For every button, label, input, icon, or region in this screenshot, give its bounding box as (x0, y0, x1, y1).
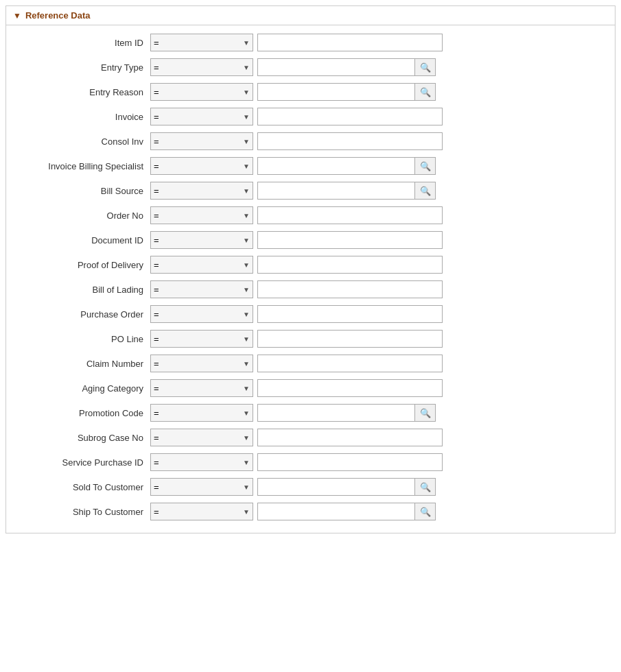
operator-order-no[interactable]: =!=<><=>=containsstarts withends with (150, 206, 253, 224)
operator-po-line[interactable]: =!=<><=>=containsstarts withends with (150, 330, 253, 348)
value-input-item-id[interactable] (257, 34, 443, 51)
operator-bill-source[interactable]: =!=<><=>=containsstarts withends with (150, 182, 253, 200)
search-icon-sold-to-customer: 🔍 (420, 482, 431, 492)
operator-wrapper-bill-of-lading: =!=<><=>=containsstarts withends with (150, 280, 253, 298)
input-group-promotion-code: 🔍 (257, 404, 436, 422)
operator-subrog-case-no[interactable]: =!=<><=>=containsstarts withends with (150, 429, 253, 446)
row-entry-reason: Entry Reason=!=<><=>=containsstarts with… (6, 82, 615, 102)
operator-wrapper-aging-category: =!=<><=>=containsstarts withends with (150, 379, 253, 397)
operator-wrapper-subrog-case-no: =!=<><=>=containsstarts withends with (150, 429, 253, 446)
operator-consol-inv[interactable]: =!=<><=>=containsstarts withends with (150, 132, 253, 150)
row-document-id: Document ID=!=<><=>=containsstarts withe… (6, 230, 615, 250)
operator-purchase-order[interactable]: =!=<><=>=containsstarts withends with (150, 305, 253, 323)
value-input-subrog-case-no[interactable] (257, 429, 443, 446)
value-input-bill-source[interactable] (257, 182, 415, 200)
value-input-document-id[interactable] (257, 231, 443, 249)
search-button-invoice-billing-specialist[interactable]: 🔍 (415, 157, 436, 175)
value-input-consol-inv[interactable] (257, 132, 443, 150)
operator-claim-number[interactable]: =!=<><=>=containsstarts withends with (150, 355, 253, 372)
operator-item-id[interactable]: =!=<><=>=containsstarts withends with (150, 34, 253, 51)
value-input-invoice-billing-specialist[interactable] (257, 157, 415, 175)
row-ship-to-customer: Ship To Customer=!=<><=>=containsstarts … (6, 501, 615, 522)
label-item-id: Item ID (6, 38, 150, 48)
input-group-invoice-billing-specialist: 🔍 (257, 157, 436, 175)
value-input-order-no[interactable] (257, 206, 443, 224)
search-icon-invoice-billing-specialist: 🔍 (420, 161, 431, 171)
row-subrog-case-no: Subrog Case No=!=<><=>=containsstarts wi… (6, 427, 615, 448)
operator-wrapper-consol-inv: =!=<><=>=containsstarts withends with (150, 132, 253, 150)
value-input-proof-of-delivery[interactable] (257, 256, 443, 274)
operator-wrapper-order-no: =!=<><=>=containsstarts withends with (150, 206, 253, 224)
label-ship-to-customer: Ship To Customer (6, 507, 150, 517)
row-invoice-billing-specialist: Invoice Billing Specialist=!=<><=>=conta… (6, 156, 615, 176)
input-group-ship-to-customer: 🔍 (257, 503, 436, 520)
operator-entry-reason[interactable]: =!=<><=>=containsstarts withends with (150, 83, 253, 101)
operator-wrapper-invoice: =!=<><=>=containsstarts withends with (150, 108, 253, 125)
search-button-ship-to-customer[interactable]: 🔍 (415, 503, 436, 520)
value-input-purchase-order[interactable] (257, 305, 443, 323)
search-icon-entry-type: 🔍 (420, 62, 431, 73)
operator-invoice-billing-specialist[interactable]: =!=<><=>=containsstarts withends with (150, 157, 253, 175)
label-promotion-code: Promotion Code (6, 408, 150, 418)
label-sold-to-customer: Sold To Customer (6, 482, 150, 492)
search-icon-promotion-code: 🔍 (420, 408, 431, 418)
panel-title: Reference Data (25, 10, 91, 21)
value-input-claim-number[interactable] (257, 355, 443, 372)
label-order-no: Order No (6, 211, 150, 221)
row-service-purchase-id: Service Purchase ID=!=<><=>=containsstar… (6, 452, 615, 472)
value-input-bill-of-lading[interactable] (257, 280, 443, 298)
operator-wrapper-item-id: =!=<><=>=containsstarts withends with (150, 34, 253, 51)
row-purchase-order: Purchase Order=!=<><=>=containsstarts wi… (6, 304, 615, 324)
label-entry-type: Entry Type (6, 62, 150, 73)
operator-proof-of-delivery[interactable]: =!=<><=>=containsstarts withends with (150, 256, 253, 274)
panel-body: Item ID=!=<><=>=containsstarts withends … (6, 25, 615, 533)
value-input-invoice[interactable] (257, 108, 443, 125)
panel-header[interactable]: ▼ Reference Data (6, 6, 615, 25)
operator-wrapper-proof-of-delivery: =!=<><=>=containsstarts withends with (150, 256, 253, 274)
search-button-entry-type[interactable]: 🔍 (415, 58, 436, 76)
value-input-ship-to-customer[interactable] (257, 503, 415, 520)
value-input-promotion-code[interactable] (257, 404, 415, 422)
input-group-bill-source: 🔍 (257, 182, 436, 200)
operator-service-purchase-id[interactable]: =!=<><=>=containsstarts withends with (150, 453, 253, 471)
search-button-entry-reason[interactable]: 🔍 (415, 83, 436, 101)
label-po-line: PO Line (6, 334, 150, 344)
value-input-entry-reason[interactable] (257, 83, 415, 101)
row-consol-inv: Consol Inv=!=<><=>=containsstarts withen… (6, 131, 615, 152)
operator-wrapper-service-purchase-id: =!=<><=>=containsstarts withends with (150, 453, 253, 471)
row-bill-source: Bill Source=!=<><=>=containsstarts withe… (6, 180, 615, 201)
value-input-service-purchase-id[interactable] (257, 453, 443, 471)
row-proof-of-delivery: Proof of Delivery=!=<><=>=containsstarts… (6, 254, 615, 275)
operator-ship-to-customer[interactable]: =!=<><=>=containsstarts withends with (150, 503, 253, 520)
search-button-bill-source[interactable]: 🔍 (415, 182, 436, 200)
operator-sold-to-customer[interactable]: =!=<><=>=containsstarts withends with (150, 478, 253, 496)
value-input-entry-type[interactable] (257, 58, 415, 76)
row-claim-number: Claim Number=!=<><=>=containsstarts with… (6, 353, 615, 374)
input-group-entry-type: 🔍 (257, 58, 436, 76)
operator-promotion-code[interactable]: =!=<><=>=containsstarts withends with (150, 404, 253, 422)
row-bill-of-lading: Bill of Lading=!=<><=>=containsstarts wi… (6, 279, 615, 300)
row-promotion-code: Promotion Code=!=<><=>=containsstarts wi… (6, 403, 615, 423)
label-proof-of-delivery: Proof of Delivery (6, 260, 150, 270)
operator-invoice[interactable]: =!=<><=>=containsstarts withends with (150, 108, 253, 125)
operator-wrapper-po-line: =!=<><=>=containsstarts withends with (150, 330, 253, 348)
operator-wrapper-promotion-code: =!=<><=>=containsstarts withends with (150, 404, 253, 422)
value-input-sold-to-customer[interactable] (257, 478, 415, 496)
reference-data-panel: ▼ Reference Data Item ID=!=<><=>=contain… (5, 5, 616, 533)
row-invoice: Invoice=!=<><=>=containsstarts withends … (6, 106, 615, 127)
operator-entry-type[interactable]: =!=<><=>=containsstarts withends with (150, 58, 253, 76)
search-icon-bill-source: 🔍 (420, 186, 431, 196)
operator-aging-category[interactable]: =!=<><=>=containsstarts withends with (150, 379, 253, 397)
operator-bill-of-lading[interactable]: =!=<><=>=containsstarts withends with (150, 280, 253, 298)
label-bill-of-lading: Bill of Lading (6, 285, 150, 295)
value-input-po-line[interactable] (257, 330, 443, 348)
row-aging-category: Aging Category=!=<><=>=containsstarts wi… (6, 378, 615, 398)
search-icon-ship-to-customer: 🔍 (420, 507, 431, 517)
row-order-no: Order No=!=<><=>=containsstarts withends… (6, 205, 615, 226)
operator-wrapper-claim-number: =!=<><=>=containsstarts withends with (150, 355, 253, 372)
value-input-aging-category[interactable] (257, 379, 443, 397)
search-button-sold-to-customer[interactable]: 🔍 (415, 478, 436, 496)
label-claim-number: Claim Number (6, 359, 150, 369)
search-button-promotion-code[interactable]: 🔍 (415, 404, 436, 422)
operator-document-id[interactable]: =!=<><=>=containsstarts withends with (150, 231, 253, 249)
